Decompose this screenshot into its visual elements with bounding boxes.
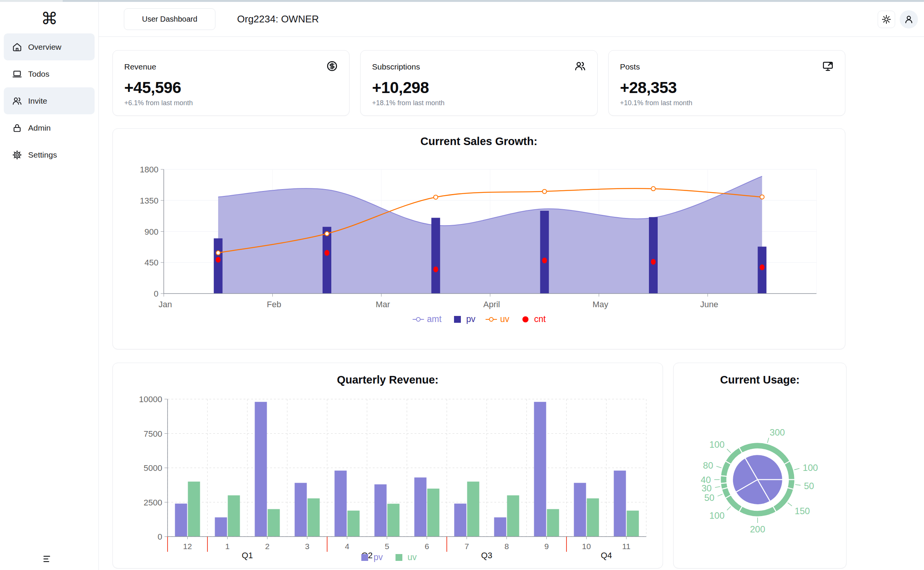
sales-chart-title: Current Sales Growth: <box>113 135 845 148</box>
theme-toggle-button[interactable] <box>878 11 895 28</box>
legend-item-uv: uv <box>485 314 509 324</box>
sidebar: ⌘ OverviewTodosInviteAdminSettings <box>0 2 99 570</box>
svg-text:50: 50 <box>704 493 715 503</box>
legend-item-pv: pv <box>451 314 475 324</box>
svg-text:10000: 10000 <box>139 395 162 404</box>
stat-subtext: +18.1% from last month <box>372 99 585 107</box>
sidebar-item-settings[interactable]: Settings <box>4 141 95 168</box>
svg-text:200: 200 <box>750 524 765 534</box>
svg-text:7500: 7500 <box>144 429 162 439</box>
svg-text:900: 900 <box>144 227 158 237</box>
stat-label: Subscriptions <box>372 62 420 71</box>
svg-text:11: 11 <box>622 542 631 551</box>
stat-value: +28,353 <box>620 79 834 97</box>
svg-text:0: 0 <box>158 532 162 542</box>
legend-item-uv: uv <box>393 552 417 562</box>
legend-item-pv: pv <box>359 552 383 562</box>
sidebar-item-overview[interactable]: Overview <box>4 33 95 60</box>
svg-text:April: April <box>483 300 500 309</box>
sidebar-item-label: Overview <box>28 43 62 52</box>
sidebar-item-label: Settings <box>28 150 57 159</box>
sidebar-item-todos[interactable]: Todos <box>4 60 95 87</box>
sidebar-item-admin[interactable]: Admin <box>4 114 95 141</box>
svg-text:5: 5 <box>385 542 389 551</box>
svg-text:Jan: Jan <box>158 300 172 309</box>
sales-growth-card: Current Sales Growth: 045090013501800Jan… <box>112 128 845 349</box>
svg-text:8: 8 <box>505 542 509 551</box>
home-icon <box>12 42 22 52</box>
page-title: Org2234: OWNER <box>237 13 319 25</box>
svg-text:30: 30 <box>701 483 712 493</box>
user-dashboard-button[interactable]: User Dashboard <box>124 8 215 30</box>
sidebar-item-invite[interactable]: Invite <box>4 87 95 114</box>
svg-text:4: 4 <box>345 542 350 551</box>
svg-text:6: 6 <box>425 542 429 551</box>
stat-subtext: +6.1% from last month <box>124 99 338 107</box>
stat-label: Revenue <box>124 62 156 71</box>
quarterly-chart-legend: pvuv <box>113 552 663 562</box>
gear-icon <box>12 150 22 160</box>
svg-text:100: 100 <box>709 510 725 521</box>
svg-text:June: June <box>700 300 718 309</box>
dollar-circle-icon <box>326 60 338 73</box>
legend-item-cnt: cnt <box>519 314 546 324</box>
stat-card-posts: Posts+28,353+10.1% from last month <box>608 50 845 116</box>
sales-growth-chart: 045090013501800JanFebMarAprilMayJune <box>113 152 846 315</box>
svg-text:2: 2 <box>265 542 270 551</box>
quarterly-revenue-card: Quarterly Revenue: 025005000750010000121… <box>112 363 663 568</box>
svg-text:10: 10 <box>582 542 591 551</box>
svg-text:150: 150 <box>795 506 810 516</box>
stat-card-revenue: Revenue+45,596+6.1% from last month <box>112 50 350 116</box>
svg-text:May: May <box>593 300 609 309</box>
svg-text:3: 3 <box>305 542 310 551</box>
stat-label: Posts <box>620 62 640 71</box>
svg-text:1: 1 <box>225 542 230 551</box>
stat-subtext: +10.1% from last month <box>620 99 834 107</box>
svg-text:5000: 5000 <box>144 463 162 473</box>
svg-text:450: 450 <box>144 258 158 267</box>
sales-chart-legend: amtpvuvcnt <box>113 314 845 324</box>
users-icon <box>574 60 586 73</box>
stat-value: +10,298 <box>372 79 585 97</box>
svg-text:100: 100 <box>709 439 725 450</box>
current-usage-card: Current Usage: 1003001008040305010020015… <box>673 363 846 568</box>
svg-text:2500: 2500 <box>144 498 162 507</box>
stat-value: +45,596 <box>124 79 338 97</box>
sidebar-item-label: Todos <box>28 69 49 79</box>
svg-text:9: 9 <box>544 542 549 551</box>
svg-text:Mar: Mar <box>376 300 390 309</box>
usage-pie-chart: 1003001008040305010020015050 <box>674 363 847 569</box>
svg-text:100: 100 <box>803 463 818 473</box>
screen-share-icon <box>822 60 834 73</box>
svg-text:80: 80 <box>703 460 713 471</box>
quarterly-revenue-chart: 025005000750010000121234567891011Q1Q2Q3Q… <box>113 384 663 564</box>
svg-text:7: 7 <box>465 542 469 551</box>
svg-text:0: 0 <box>154 289 158 298</box>
align-left-icon[interactable] <box>43 554 53 565</box>
user-avatar[interactable] <box>900 10 918 28</box>
svg-text:50: 50 <box>804 481 814 491</box>
svg-text:1350: 1350 <box>140 196 158 205</box>
sidebar-item-label: Admin <box>28 123 51 133</box>
legend-item-amt: amt <box>412 314 441 324</box>
svg-text:300: 300 <box>770 427 785 437</box>
main-content: Revenue+45,596+6.1% from last monthSubsc… <box>99 37 924 570</box>
stats-row: Revenue+45,596+6.1% from last monthSubsc… <box>112 50 845 116</box>
sidebar-item-label: Invite <box>28 96 47 106</box>
laptop-icon <box>12 69 22 79</box>
lock-icon <box>12 123 22 133</box>
app-logo-command-icon: ⌘ <box>0 9 99 28</box>
svg-text:Feb: Feb <box>267 300 281 309</box>
svg-text:1800: 1800 <box>140 165 158 174</box>
topbar: User Dashboard Org2234: OWNER <box>99 2 924 37</box>
stat-card-subscriptions: Subscriptions+10,298+18.1% from last mon… <box>360 50 597 116</box>
svg-text:12: 12 <box>183 542 192 551</box>
users-icon <box>12 96 22 106</box>
sidebar-nav: OverviewTodosInviteAdminSettings <box>4 33 95 168</box>
